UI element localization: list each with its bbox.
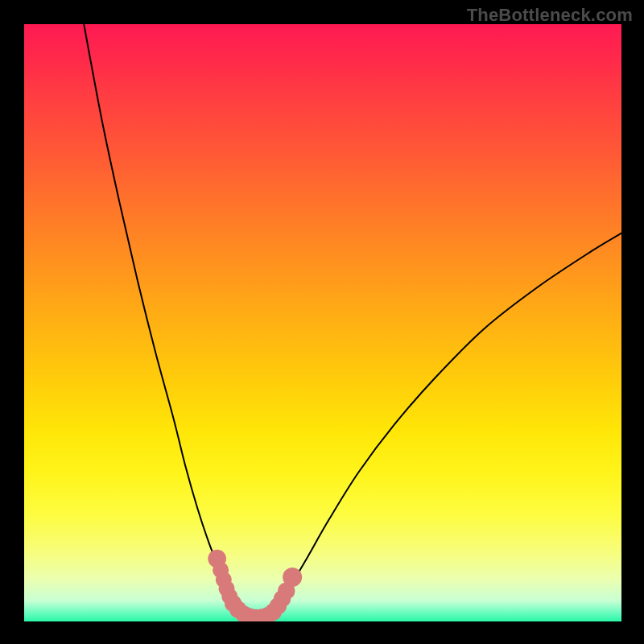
curve-right-branch [269,233,621,616]
watermark-text: TheBottleneck.com [467,5,633,26]
curve-left-branch [84,24,245,616]
chart-svg [24,24,621,621]
valley-marker [283,568,302,587]
chart-frame: TheBottleneck.com [0,0,644,644]
plot-area [24,24,621,621]
